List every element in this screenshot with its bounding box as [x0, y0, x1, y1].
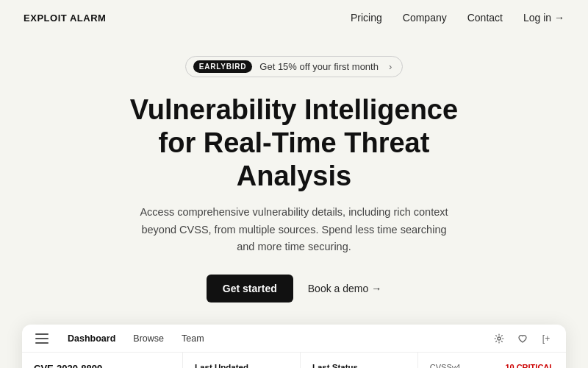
- app-nav-actions: [+: [491, 330, 554, 347]
- nav-company[interactable]: Company: [403, 12, 447, 24]
- earlybird-tag: EARLYBIRD: [193, 60, 253, 73]
- app-nav-dashboard[interactable]: Dashboard: [68, 333, 115, 344]
- hero-heading: Vulnerability Intelligence for Real-Time…: [130, 93, 458, 192]
- export-icon[interactable]: [+: [538, 330, 554, 347]
- svg-point-3: [498, 337, 501, 340]
- cvss-column: CVSSv4 10 CRITICAL Attack Vector NETWORK…: [418, 353, 566, 368]
- last-status-label: Last Status: [312, 363, 406, 368]
- earlybird-badge[interactable]: EARLYBIRD Get 15% off your first month ›: [185, 56, 404, 77]
- hero-subtext: Access comprehensive vulnerability detai…: [132, 204, 456, 255]
- nav-login[interactable]: Log in →: [523, 12, 564, 24]
- svg-rect-2: [35, 342, 49, 344]
- app-nav-bar: Dashboard Browse Team [+: [22, 325, 566, 353]
- app-preview: Dashboard Browse Team [+: [0, 325, 588, 368]
- logo: EXPLOIT ALARM: [24, 13, 106, 24]
- svg-rect-1: [35, 338, 49, 339]
- nav-links: Pricing Company Contact Log in →: [351, 12, 564, 24]
- settings-icon[interactable]: [491, 330, 507, 347]
- app-nav-browse[interactable]: Browse: [133, 333, 164, 344]
- cta-row: Get started Book a demo →: [207, 275, 381, 302]
- cve-column: CVE-2020-8899 Published on May 6, 2020, …: [22, 353, 183, 368]
- last-status-column: Last Status Modified: [301, 353, 418, 368]
- hero-section: EARLYBIRD Get 15% off your first month ›…: [0, 35, 588, 317]
- nav-contact[interactable]: Contact: [467, 12, 503, 24]
- app-card: Dashboard Browse Team [+: [22, 325, 566, 368]
- app-body: CVE-2020-8899 Published on May 6, 2020, …: [22, 353, 566, 368]
- cvss-score: 10 CRITICAL: [505, 363, 554, 368]
- cvss-title: CVSSv4: [430, 363, 461, 368]
- nav-pricing[interactable]: Pricing: [351, 12, 382, 24]
- main-nav: EXPLOIT ALARM Pricing Company Contact Lo…: [0, 0, 588, 35]
- cvss-title-row: CVSSv4 10 CRITICAL: [430, 363, 554, 368]
- heart-icon[interactable]: [514, 330, 531, 347]
- earlybird-text: Get 15% off your first month: [259, 61, 379, 72]
- get-started-button[interactable]: Get started: [207, 275, 293, 302]
- last-updated-column: Last Updated 5/21/2024, 5:15 AM: [183, 353, 301, 368]
- cve-id: CVE-2020-8899: [34, 363, 171, 368]
- book-demo-button[interactable]: Book a demo →: [308, 283, 381, 294]
- app-nav-icon: [34, 330, 50, 347]
- last-updated-label: Last Updated: [195, 363, 288, 368]
- app-nav-team[interactable]: Team: [182, 333, 204, 344]
- svg-rect-0: [35, 333, 49, 335]
- earlybird-arrow: ›: [389, 61, 392, 72]
